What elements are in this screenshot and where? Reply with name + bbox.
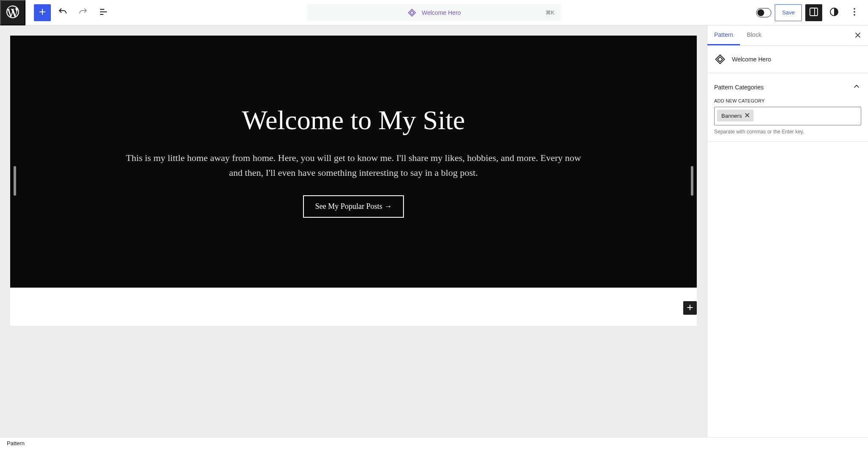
document-bar[interactable]: Welcome Hero ⌘K: [307, 4, 561, 21]
field-help-text: Separate with commas or the Enter key.: [714, 129, 861, 135]
canvas-footer-area[interactable]: [10, 288, 697, 326]
preview-toggle[interactable]: [756, 8, 771, 17]
close-sidebar-button[interactable]: [850, 28, 865, 43]
block-inserter-button[interactable]: [34, 4, 51, 21]
breadcrumb[interactable]: Pattern: [7, 440, 25, 446]
wordpress-logo-icon: [5, 4, 20, 21]
sidebar-tabs: Pattern Block: [707, 25, 868, 46]
options-button[interactable]: [846, 4, 863, 21]
canvas-frame[interactable]: Welcome to My Site This is my little hom…: [10, 36, 697, 326]
pattern-icon: [714, 53, 726, 65]
document-title: Welcome Hero: [422, 9, 461, 16]
sidebar-pattern-header: Welcome Hero: [707, 46, 868, 73]
toolbar-left-group: [0, 0, 112, 25]
plus-icon: [37, 7, 47, 18]
undo-icon: [58, 7, 68, 18]
field-label-add-category: Add New Category: [714, 98, 861, 103]
top-toolbar: Welcome Hero ⌘K Save: [0, 0, 868, 25]
svg-point-3: [854, 14, 855, 16]
hero-cover-block[interactable]: Welcome to My Site This is my little hom…: [10, 36, 697, 288]
save-button[interactable]: Save: [775, 4, 802, 21]
more-vertical-icon: [849, 7, 860, 18]
category-token-input[interactable]: [756, 110, 858, 120]
styles-button[interactable]: [826, 4, 843, 21]
svg-rect-0: [810, 8, 818, 16]
undo-button[interactable]: [54, 4, 71, 21]
tab-pattern[interactable]: Pattern: [707, 25, 740, 45]
footer-breadcrumb-bar: Pattern: [0, 437, 868, 449]
toolbar-right-group: Save: [756, 4, 868, 21]
list-view-icon: [98, 7, 108, 18]
category-token-label: Banners: [721, 113, 742, 119]
plus-icon: [685, 303, 695, 313]
wp-logo-button[interactable]: [0, 0, 25, 25]
close-icon: [853, 30, 862, 41]
add-block-floating-button[interactable]: [683, 301, 697, 315]
command-shortcut: ⌘K: [545, 9, 555, 16]
hero-cta-button[interactable]: See My Popular Posts →: [303, 195, 403, 218]
tab-block[interactable]: Block: [740, 25, 768, 45]
resize-handle-left[interactable]: [14, 166, 16, 196]
sidebar-pattern-title: Welcome Hero: [732, 56, 771, 63]
svg-point-1: [854, 8, 855, 10]
svg-point-2: [854, 11, 855, 13]
panel-title: Pattern Categories: [714, 84, 764, 91]
main-layout: Welcome to My Site This is my little hom…: [0, 25, 868, 437]
toolbar-center-group: Welcome Hero ⌘K: [112, 4, 756, 21]
styles-icon: [829, 7, 839, 18]
document-overview-button[interactable]: [95, 4, 112, 21]
redo-icon: [78, 7, 88, 18]
panel-header-pattern-categories[interactable]: Pattern Categories: [714, 80, 861, 98]
category-token-field[interactable]: Banners: [714, 107, 861, 125]
pattern-icon: [407, 8, 417, 17]
settings-sidebar-button[interactable]: [805, 4, 822, 21]
canvas-area: Welcome to My Site This is my little hom…: [0, 25, 707, 437]
redo-button[interactable]: [75, 4, 92, 21]
settings-sidebar: Pattern Block Welcome Hero Pattern Categ…: [707, 25, 868, 437]
resize-handle-right[interactable]: [691, 166, 693, 196]
token-remove-button[interactable]: [743, 111, 752, 120]
category-token: Banners: [717, 110, 754, 122]
chevron-up-icon: [852, 82, 861, 92]
hero-heading[interactable]: Welcome to My Site: [242, 105, 465, 135]
hero-paragraph[interactable]: This is my little home away from home. H…: [120, 150, 587, 180]
close-icon: [743, 111, 751, 120]
settings-panel-icon: [809, 7, 819, 18]
panel-pattern-categories: Pattern Categories Add New Category Bann…: [707, 73, 868, 142]
